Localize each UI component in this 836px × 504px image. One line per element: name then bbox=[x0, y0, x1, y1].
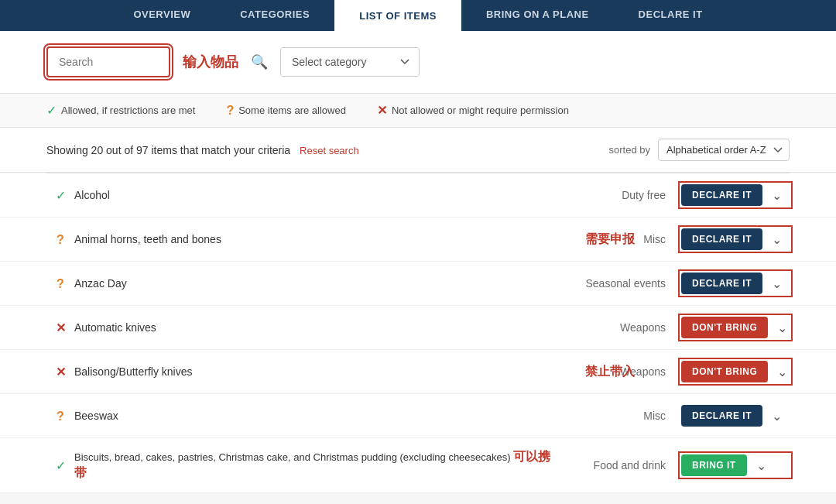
table-row: ✓ Biscuits, bread, cakes, pastries, Chri… bbox=[0, 438, 836, 493]
chinese-input-label: 输入物品 bbox=[183, 53, 238, 71]
category-select[interactable]: Select category Food and drink Misc Weap… bbox=[280, 47, 420, 77]
legend-not-allowed: ✕ Not allowed or might require permissio… bbox=[377, 103, 569, 118]
search-input[interactable] bbox=[46, 46, 170, 77]
declare-it-button[interactable]: DECLARE IT bbox=[681, 228, 762, 250]
row-status-icon: ? bbox=[46, 276, 74, 292]
row-action-area: DON'T BRING ⌄ bbox=[681, 317, 790, 338]
row-item-name: Balisong/Butterfly knives bbox=[74, 365, 557, 378]
cross-icon: ✕ bbox=[56, 321, 66, 334]
row-item-name: Alcohol bbox=[74, 189, 557, 201]
chevron-down-icon[interactable]: ⌄ bbox=[769, 232, 782, 247]
check-icon: ✓ bbox=[56, 459, 66, 472]
table-row: ? Animal horns, teeth and bones 需要申报 Mis… bbox=[0, 218, 836, 262]
row-category: Weapons bbox=[557, 321, 681, 334]
reset-search-link[interactable]: Reset search bbox=[300, 145, 359, 156]
dont-bring-button[interactable]: DON'T BRING bbox=[681, 361, 768, 382]
table-row: ✕ Balisong/Butterfly knives 禁止带入 Weapons… bbox=[0, 350, 836, 394]
chevron-down-icon[interactable]: ⌄ bbox=[769, 409, 782, 423]
row-item-name: Beeswax bbox=[74, 410, 557, 422]
search-icon-button[interactable]: 🔍 bbox=[251, 53, 268, 70]
nav-overview[interactable]: OVERVIEW bbox=[108, 0, 215, 31]
row-action-area: DON'T BRING ⌄ bbox=[681, 361, 790, 382]
row-action-area: DECLARE IT ⌄ bbox=[681, 184, 790, 206]
items-table: ✓ Alcohol Duty free DECLARE IT ⌄ ? Anima… bbox=[0, 173, 836, 493]
question-icon: ? bbox=[226, 104, 234, 118]
chevron-down-icon[interactable]: ⌄ bbox=[769, 188, 782, 203]
legend-not-allowed-text: Not allowed or might require permission bbox=[392, 105, 569, 116]
table-row: ? Anzac Day Seasonal events DECLARE IT ⌄ bbox=[0, 262, 836, 306]
row-action-area: DECLARE IT ⌄ bbox=[681, 273, 790, 294]
table-row: ? Beeswax Misc DECLARE IT ⌄ bbox=[0, 394, 836, 438]
row-category: Misc bbox=[557, 410, 681, 422]
row-action-area: DECLARE IT ⌄ bbox=[681, 228, 790, 250]
chevron-down-icon[interactable]: ⌄ bbox=[753, 458, 766, 473]
chinese-annotation-bring: 可以携带 bbox=[74, 450, 550, 479]
row-status-icon: ✓ bbox=[46, 187, 74, 204]
dont-bring-button[interactable]: DON'T BRING bbox=[681, 317, 768, 338]
row-item-name: Automatic knives bbox=[74, 321, 557, 334]
row-category: Seasonal events bbox=[557, 277, 681, 290]
results-info: Showing 20 out of 97 items that match yo… bbox=[46, 144, 359, 156]
nav-bring-on-a-plane[interactable]: BRING ON A PLANE bbox=[461, 0, 614, 31]
check-icon: ✓ bbox=[56, 189, 66, 202]
nav-categories[interactable]: CATEGORIES bbox=[215, 0, 334, 31]
cross-icon: ✕ bbox=[56, 365, 66, 379]
check-icon: ✓ bbox=[46, 103, 57, 118]
sort-select[interactable]: Alphabetical order A-Z Alphabetical orde… bbox=[658, 139, 790, 161]
row-status-icon: ? bbox=[46, 231, 74, 248]
row-item-name: Biscuits, bread, cakes, pastries, Christ… bbox=[74, 449, 557, 482]
row-status-icon: ? bbox=[46, 408, 74, 424]
legend-allowed-text: Allowed, if restrictions are met bbox=[61, 105, 195, 116]
row-status-icon: ✓ bbox=[46, 458, 74, 474]
results-bar: Showing 20 out of 97 items that match yo… bbox=[0, 128, 836, 173]
row-status-icon: ✕ bbox=[46, 320, 74, 336]
results-count-text: Showing 20 out of 97 items that match yo… bbox=[46, 144, 290, 156]
row-category: Food and drink bbox=[557, 459, 681, 471]
sort-label: sorted by bbox=[609, 144, 650, 156]
main-nav: OVERVIEW CATEGORIES LIST OF ITEMS BRING … bbox=[0, 0, 836, 31]
declare-it-button[interactable]: DECLARE IT bbox=[681, 273, 762, 294]
declare-it-button[interactable]: DECLARE IT bbox=[681, 184, 762, 206]
table-row: ✕ Automatic knives Weapons DON'T BRING ⌄ bbox=[0, 306, 836, 350]
question-icon: ? bbox=[57, 410, 64, 423]
search-icon: 🔍 bbox=[251, 54, 268, 70]
chinese-annotation-declare: 需要申报 bbox=[585, 231, 635, 248]
legend-allowed: ✓ Allowed, if restrictions are met bbox=[46, 103, 195, 118]
question-icon: ? bbox=[57, 233, 64, 246]
search-area: 输入物品 🔍 Select category Food and drink Mi… bbox=[0, 31, 836, 94]
cross-icon: ✕ bbox=[377, 103, 387, 118]
legend-some: ? Some items are allowed bbox=[226, 104, 346, 118]
chinese-annotation-dont-bring: 禁止带入 bbox=[585, 364, 635, 380]
chevron-down-icon[interactable]: ⌄ bbox=[774, 321, 787, 335]
row-action-area: DECLARE IT ⌄ bbox=[681, 405, 790, 427]
legend: ✓ Allowed, if restrictions are met ? Som… bbox=[0, 94, 836, 128]
table-row: ✓ Alcohol Duty free DECLARE IT ⌄ bbox=[0, 173, 836, 218]
chevron-down-icon[interactable]: ⌄ bbox=[774, 365, 787, 379]
bring-it-button[interactable]: BRING IT bbox=[681, 454, 747, 476]
sort-area: sorted by Alphabetical order A-Z Alphabe… bbox=[609, 139, 790, 161]
row-item-name: Animal horns, teeth and bones bbox=[74, 233, 557, 245]
question-icon: ? bbox=[57, 277, 64, 290]
chevron-down-icon[interactable]: ⌄ bbox=[769, 276, 782, 291]
row-status-icon: ✕ bbox=[46, 364, 74, 380]
declare-it-button[interactable]: DECLARE IT bbox=[681, 405, 762, 427]
nav-declare-it[interactable]: DECLARE IT bbox=[614, 0, 728, 31]
row-action-area: BRING IT ⌄ bbox=[681, 454, 790, 476]
row-category: Duty free bbox=[557, 189, 681, 201]
nav-list-of-items[interactable]: LIST OF ITEMS bbox=[334, 0, 461, 31]
row-item-name: Anzac Day bbox=[74, 277, 557, 290]
legend-some-text: Some items are allowed bbox=[238, 105, 346, 116]
